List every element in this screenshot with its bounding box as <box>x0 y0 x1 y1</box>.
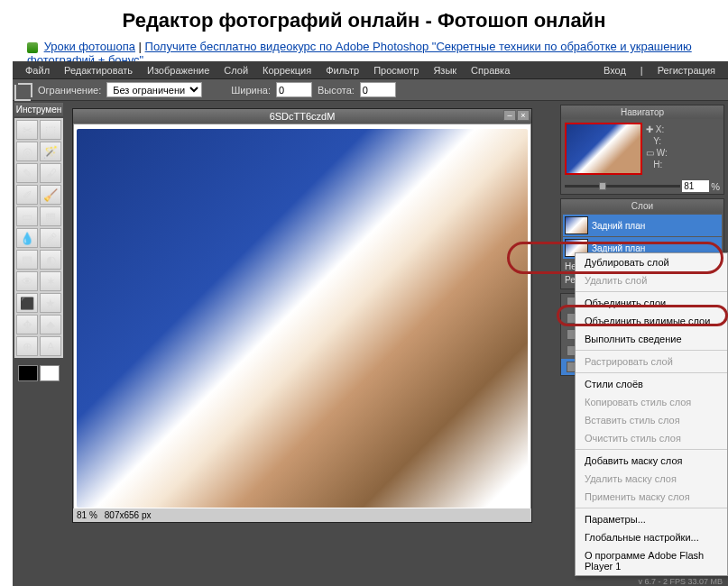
ctx-merge-visible[interactable]: Объединить видимые слои <box>576 312 727 330</box>
page-title: Редактор фотографий онлайн - Фотошоп онл… <box>0 0 728 40</box>
ctx-about[interactable]: О программе Adobe Flash Player 1 <box>576 546 727 575</box>
tool-10[interactable]: 💧 <box>16 228 38 248</box>
close-button[interactable]: × <box>517 110 530 121</box>
menu-help[interactable]: Справка <box>464 65 517 76</box>
tool-6[interactable]: ✐ <box>16 185 38 205</box>
layers-header: Слои <box>561 199 723 213</box>
context-menu: Дублировать слой Удалить слой Объединить… <box>575 252 728 576</box>
ctx-merge-layers[interactable]: Объединить слои <box>576 294 727 312</box>
tool-4[interactable]: ✎ <box>16 163 38 183</box>
canvas-status: 81 % 807x656 px <box>73 508 531 522</box>
navigator-thumb[interactable] <box>565 123 642 175</box>
bg-swatch[interactable] <box>40 365 60 381</box>
tool-19[interactable]: ◆ <box>40 315 61 334</box>
tool-9[interactable]: ▦ <box>40 206 61 226</box>
photo-content <box>77 129 528 508</box>
tool-2[interactable]: ◎ <box>16 142 38 161</box>
menu-adjust[interactable]: Коррекция <box>255 65 318 76</box>
menubar: Файл Редактировать Изображение Слой Корр… <box>13 61 728 79</box>
navigator-header: Навигатор <box>561 105 723 119</box>
constraint-select[interactable]: Без ограничени <box>106 82 202 97</box>
ctx-duplicate-layer[interactable]: Дублировать слой <box>576 253 727 271</box>
tools-header: Инструмен <box>14 103 63 116</box>
ctx-paste-style[interactable]: Вставить стиль слоя <box>576 411 727 429</box>
options-bar: Ограничение: Без ограничени Ширина: Высо… <box>13 79 728 101</box>
tool-16[interactable]: ⬛ <box>16 293 38 313</box>
ctx-global[interactable]: Глобальные настройки... <box>576 528 727 546</box>
ctx-clear-style[interactable]: Очистить стиль слоя <box>576 429 727 447</box>
layer-thumb <box>565 216 588 234</box>
lessons-link[interactable]: Уроки фотошопа <box>44 40 135 53</box>
zoom-slider[interactable] <box>565 185 680 188</box>
tool-11[interactable]: 🖉 <box>40 228 61 248</box>
tool-20[interactable]: ⊕ <box>16 336 38 356</box>
tool-18[interactable]: ✥ <box>16 315 38 334</box>
tool-12[interactable]: ▤ <box>16 250 38 270</box>
width-input[interactable] <box>276 82 312 97</box>
register-link[interactable]: Регистрация <box>650 65 723 76</box>
menu-image[interactable]: Изображение <box>140 65 217 76</box>
ctx-flatten[interactable]: Выполнить сведение <box>576 330 727 348</box>
tool-8[interactable]: ▭ <box>16 206 38 226</box>
menu-lang[interactable]: Язык <box>426 65 464 76</box>
tool-7[interactable]: 🧹 <box>40 185 61 205</box>
width-label: Ширина: <box>231 85 271 96</box>
tool-15[interactable]: ✶ <box>40 271 61 291</box>
app-window: Файл Редактировать Изображение Слой Корр… <box>13 61 728 586</box>
fg-swatch[interactable] <box>18 365 38 381</box>
menu-layer[interactable]: Слой <box>217 65 255 76</box>
height-label: Высота: <box>318 85 355 96</box>
constraint-label: Ограничение: <box>38 85 101 96</box>
tool-0[interactable]: ✂ <box>16 120 38 140</box>
canvas[interactable] <box>74 124 530 512</box>
height-input[interactable] <box>360 82 396 97</box>
login-link[interactable]: Вход <box>596 65 633 76</box>
menu-filter[interactable]: Фильтр <box>318 65 366 76</box>
tool-1[interactable]: ⬚ <box>40 120 61 140</box>
tool-21[interactable]: A <box>40 336 61 356</box>
layer-row[interactable]: Задний план <box>563 215 722 236</box>
ctx-delete-mask[interactable]: Удалить маску слоя <box>576 470 727 488</box>
minimize-button[interactable]: – <box>503 110 516 121</box>
menu-view[interactable]: Просмотр <box>366 65 426 76</box>
ctx-styles[interactable]: Стили слоёв <box>576 375 727 393</box>
tool-3[interactable]: 🪄 <box>40 142 61 161</box>
tool-17[interactable]: ★ <box>40 293 61 313</box>
ctx-add-mask[interactable]: Добавить маску слоя <box>576 452 727 470</box>
crop-icon <box>18 83 32 97</box>
ctx-apply-mask[interactable]: Применить маску слоя <box>576 488 727 506</box>
tool-13[interactable]: ◐ <box>40 250 61 270</box>
ctx-delete-layer[interactable]: Удалить слой <box>576 271 727 289</box>
ctx-params[interactable]: Параметры... <box>576 510 727 528</box>
statusbar: v 6.7 - 2 FPS 33.07 MB <box>638 577 723 586</box>
canvas-window: 6SDcTT6czdM – × 81 % 807x656 px <box>72 108 532 523</box>
zoom-value[interactable]: 81 <box>682 180 709 192</box>
ctx-rasterize[interactable]: Растрировать слой <box>576 353 727 371</box>
navigator-panel: Навигатор ✚ X: Y: ▭ W: H: 81 % <box>560 105 724 195</box>
menu-file[interactable]: Файл <box>18 65 57 76</box>
menu-edit[interactable]: Редактировать <box>57 65 140 76</box>
download-icon <box>27 42 38 53</box>
ctx-copy-style[interactable]: Копировать стиль слоя <box>576 393 727 411</box>
navigator-info: ✚ X: Y: ▭ W: H: <box>646 123 668 175</box>
tool-5[interactable]: 🖌 <box>40 163 61 183</box>
window-title: 6SDcTT6czdM – × <box>73 109 531 124</box>
tools-panel: Инструмен ✂⬚◎🪄✎🖌✐🧹▭▦💧🖉▤◐👁✶⬛★✥◆⊕A <box>13 101 65 586</box>
tool-14[interactable]: 👁 <box>16 271 38 291</box>
